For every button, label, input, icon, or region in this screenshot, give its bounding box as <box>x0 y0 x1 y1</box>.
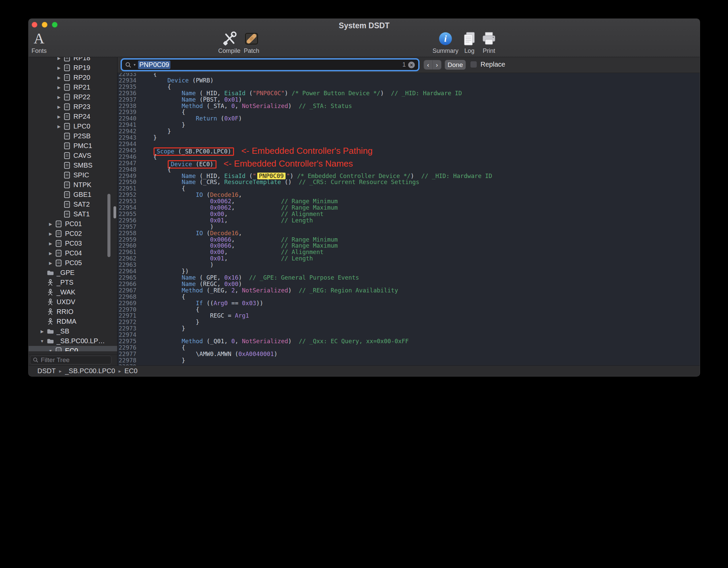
tree-item-pc01[interactable]: ▶PC01 <box>29 219 117 229</box>
tree-item-lpc0[interactable]: ▶LPC0 <box>29 121 117 131</box>
code-line: 22946 { <box>118 154 700 160</box>
code-line: 22936 Name (_HID, EisaId ("PNP0C0C") /* … <box>118 90 700 97</box>
tree-item-pmc1[interactable]: PMC1 <box>29 141 117 151</box>
replace-label: Replace <box>481 61 505 68</box>
code-line: 22948 { <box>118 167 700 173</box>
tree-item-_wak[interactable]: _WAK <box>29 287 117 297</box>
code-line: 22959 0x0066, // Range Minimum <box>118 237 700 243</box>
device-icon <box>63 64 71 71</box>
tree-item-label: SMBS <box>73 162 93 169</box>
close-button[interactable] <box>32 22 37 28</box>
print-button[interactable]: Print <box>470 30 507 55</box>
line-number: 22960 <box>118 243 139 249</box>
sidebar: ▶RP18▶RP19▶RP20▶RP21▶RP22▶RP23▶RP24▶LPC0… <box>29 57 118 366</box>
replace-checkbox[interactable] <box>470 61 477 68</box>
tree-item-_sbpc00lp[interactable]: ▼_SB.PC00.LP… <box>29 336 117 346</box>
code-line: 22964 }) <box>118 268 700 275</box>
tree-item-rp20[interactable]: ▶RP20 <box>29 73 117 82</box>
disclosure-triangle-icon[interactable]: ▶ <box>47 251 54 256</box>
disclosure-triangle-icon[interactable]: ▶ <box>55 124 63 129</box>
disclosure-triangle-icon[interactable]: ▶ <box>55 85 63 90</box>
minimize-button[interactable] <box>42 22 47 28</box>
tree-item-uxdv[interactable]: UXDV <box>29 297 117 307</box>
tree-item-label: LPC0 <box>73 122 90 130</box>
tree-item-sat2[interactable]: SAT2 <box>29 200 117 209</box>
tree-item-cavs[interactable]: CAVS <box>29 151 117 161</box>
tree-item-rp22[interactable]: ▶RP22 <box>29 92 117 102</box>
tree-item-label: _WAK <box>57 288 75 296</box>
disclosure-triangle-icon[interactable]: ▶ <box>55 95 63 100</box>
line-number: 22949 <box>118 173 139 179</box>
disclosure-triangle-icon[interactable]: ▶ <box>55 57 63 61</box>
method-icon <box>46 318 55 325</box>
previous-match-button[interactable]: ‹ <box>424 60 432 69</box>
filter-tree-input[interactable]: Filter Tree <box>30 356 111 364</box>
line-number: 22937 <box>118 97 139 103</box>
folder-icon <box>46 338 55 344</box>
tree-item-_pts[interactable]: _PTS <box>29 278 117 287</box>
device-icon <box>63 133 71 140</box>
disclosure-triangle-icon[interactable]: ▶ <box>47 222 54 226</box>
tree-item-label: RP18 <box>73 57 90 62</box>
tree-item-label: UXDV <box>57 298 75 306</box>
tree-item-rdma[interactable]: RDMA <box>29 317 117 326</box>
device-icon <box>63 162 71 169</box>
app-window: System DSDT A Fonts Compile <box>28 19 700 377</box>
line-number: 22950 <box>118 179 139 185</box>
next-match-button[interactable]: › <box>432 60 441 69</box>
sidebar-scrollbar[interactable] <box>107 194 110 257</box>
breadcrumb: DSDT▸_SB.PC00.LPC0▸EC0 <box>37 367 137 375</box>
tree-item-spic[interactable]: SPIC <box>29 170 117 180</box>
tree-item-rp21[interactable]: ▶RP21 <box>29 82 117 92</box>
find-input[interactable]: ▾ PNP0C09 1 × <box>122 60 418 70</box>
line-number: 22946 <box>118 154 139 160</box>
tree-item-gbe1[interactable]: GBE1 <box>29 190 117 200</box>
code-line: 22950 Name (_CRS, ResourceTemplate () //… <box>118 179 700 185</box>
breadcrumb-item[interactable]: _SB.PC00.LPC0 <box>65 367 115 375</box>
tree-item-ec0[interactable]: ▼EC0 <box>29 346 117 351</box>
disclosure-triangle-icon[interactable]: ▶ <box>47 261 54 265</box>
tree-item-_gpe[interactable]: _GPE <box>29 268 117 278</box>
tree-item-sat1[interactable]: SAT1 <box>29 209 117 219</box>
tree-item-rp23[interactable]: ▶RP23 <box>29 102 117 112</box>
tree-item-pc05[interactable]: ▶PC05 <box>29 258 117 268</box>
line-number: 22943 <box>118 135 139 141</box>
tree-item-label: RRIO <box>57 308 73 316</box>
tree-item-smbs[interactable]: SMBS <box>29 161 117 170</box>
line-number: 22940 <box>118 115 139 122</box>
fonts-button[interactable]: A Fonts <box>28 30 58 55</box>
tree-item-pc04[interactable]: ▶PC04 <box>29 248 117 258</box>
tree-item-rp19[interactable]: ▶RP19 <box>29 63 117 73</box>
tree-item-rp18[interactable]: ▶RP18 <box>29 57 117 63</box>
code-editor[interactable]: 22933 {22934 Device (PWRB)22935 {22936 N… <box>118 73 700 366</box>
disclosure-triangle-icon[interactable]: ▼ <box>47 349 54 352</box>
tree-item-pc03[interactable]: ▶PC03 <box>29 239 117 248</box>
tree-item-rrio[interactable]: RRIO <box>29 307 117 317</box>
tree-item-label: SPIC <box>73 171 89 179</box>
disclosure-triangle-icon[interactable]: ▶ <box>38 329 46 334</box>
done-button[interactable]: Done <box>445 60 466 70</box>
clear-search-button[interactable]: × <box>408 62 415 68</box>
disclosure-triangle-icon[interactable]: ▶ <box>55 105 63 109</box>
breadcrumb-item[interactable]: EC0 <box>125 367 138 375</box>
disclosure-triangle-icon[interactable]: ▼ <box>38 339 46 344</box>
disclosure-triangle-icon[interactable]: ▶ <box>55 66 63 70</box>
tree-item-p2sb[interactable]: P2SB <box>29 131 117 141</box>
tree-item-ntpk[interactable]: NTPK <box>29 180 117 190</box>
find-bar: ▾ PNP0C09 1 × ‹ › Done Replace <box>118 57 700 73</box>
tree-item-rp24[interactable]: ▶RP24 <box>29 112 117 121</box>
disclosure-triangle-icon[interactable]: ▶ <box>47 241 54 246</box>
breadcrumb-item[interactable]: DSDT <box>37 367 56 375</box>
tree-item-_sb[interactable]: ▶_SB <box>29 326 117 336</box>
disclosure-triangle-icon[interactable]: ▶ <box>55 114 63 119</box>
disclosure-triangle-icon[interactable]: ▶ <box>47 232 54 236</box>
window-title: System DSDT <box>29 19 700 30</box>
sidebar-scrollbar-nub[interactable] <box>113 206 116 218</box>
patch-button[interactable]: Patch <box>233 30 270 55</box>
tree-item-label: PC03 <box>65 240 82 247</box>
device-icon <box>54 347 63 351</box>
folder-icon <box>46 328 55 334</box>
disclosure-triangle-icon[interactable]: ▶ <box>55 75 63 80</box>
tree-item-pc02[interactable]: ▶PC02 <box>29 229 117 239</box>
zoom-button[interactable] <box>52 22 58 28</box>
